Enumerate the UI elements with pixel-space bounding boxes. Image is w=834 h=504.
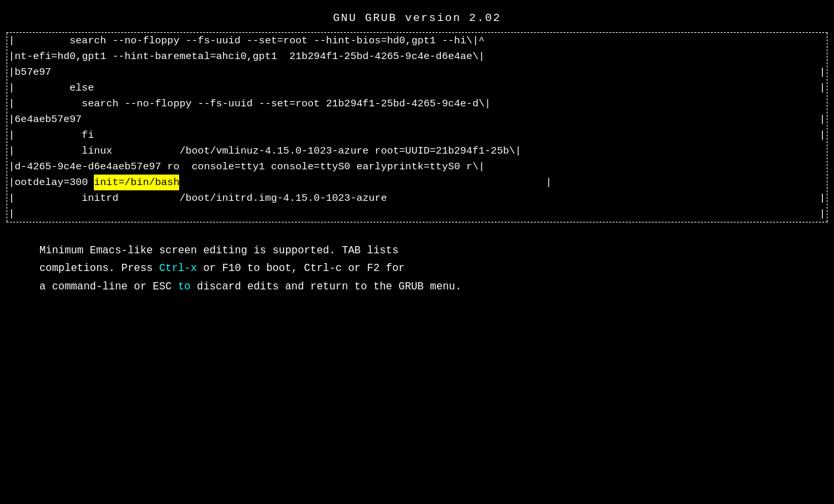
pipe-right-blank: | (820, 206, 825, 222)
editor-line-5: | search --no-floppy --fs-uuid --set=roo… (7, 96, 827, 112)
footer-line3-pre: a command-line or ESC (39, 281, 178, 293)
footer-ctrl-x: Ctrl-x (159, 262, 197, 274)
pipe-left-2: | (9, 49, 14, 64)
footer-line3-post: discard edits and return to the GRUB men… (190, 281, 461, 293)
pipe-left-8: | (9, 143, 21, 159)
line-content-10-pre: ootdelay=300 (14, 175, 94, 190)
line-content-7: fi (21, 127, 820, 143)
line-content-6: 6e4aeb57e97 (14, 112, 813, 127)
pipe-left-7: | (9, 127, 21, 143)
pipe-right-6: | (813, 112, 825, 127)
pipe-right-11: | (820, 190, 825, 206)
footer-line2-post: or F10 to boot, Ctrl-c or F2 for (197, 262, 405, 274)
footer-line-1: Minimum Emacs-like screen editing is sup… (39, 242, 795, 260)
pipe-left-5: | (9, 96, 21, 112)
pipe-right-3: | (813, 64, 825, 80)
title-text: GNU GRUB version 2.02 (333, 12, 501, 24)
footer-to: to (178, 281, 190, 293)
line-content-4: else (21, 80, 820, 96)
line-content-10-post (179, 175, 545, 190)
pipe-left-1: | (9, 33, 21, 49)
line-content-8: linux /boot/vmlinuz-4.15.0-1023-azure ro… (21, 143, 825, 159)
pipe-left-blank: | (9, 206, 14, 222)
line-content-5: search --no-floppy --fs-uuid --set=root … (21, 96, 825, 112)
pipe-left-9: | (9, 159, 14, 175)
footer: Minimum Emacs-like screen editing is sup… (0, 222, 834, 296)
editor-line-6: | 6e4aeb57e97 | (7, 112, 827, 127)
pipe-left-11: | (9, 190, 21, 206)
editor-line-9: | d-4265-9c4e-d6e4aeb57e97 ro console=tt… (7, 159, 827, 175)
editor-line-8: | linux /boot/vmlinuz-4.15.0-1023-azure … (7, 143, 827, 159)
line-content-3: b57e97 (14, 64, 813, 80)
highlighted-init: init=/bin/bash (94, 175, 179, 190)
line-content-1: search --no-floppy --fs-uuid --set=root … (21, 33, 825, 49)
editor-line-3: | b57e97 | (7, 64, 827, 80)
pipe-left-3: | (9, 64, 14, 80)
line-content-9: d-4265-9c4e-d6e4aeb57e97 ro console=tty1… (14, 159, 825, 175)
editor-container[interactable]: | search --no-floppy --fs-uuid --set=roo… (7, 33, 827, 222)
footer-line-2: completions. Press Ctrl-x or F10 to boot… (39, 260, 795, 278)
editor-line-11: | initrd /boot/initrd.img-4.15.0-1023-az… (7, 190, 827, 206)
line-content-11: initrd /boot/initrd.img-4.15.0-1023-azur… (21, 190, 820, 206)
pipe-left-6: | (9, 112, 14, 127)
editor-blank-line: | | (7, 206, 827, 222)
title-bar: GNU GRUB version 2.02 (0, 0, 834, 32)
pipe-right-7: | (820, 127, 825, 143)
editor-line-7: | fi | (7, 127, 827, 143)
pipe-right-4: | (820, 80, 825, 96)
pipe-left-4: | (9, 80, 21, 96)
footer-line-3: a command-line or ESC to discard edits a… (39, 278, 795, 296)
line-content-2: nt-efi=hd0,gpt1 --hint-baremetal=ahci0,g… (14, 49, 825, 64)
pipe-right-10: | (546, 175, 552, 190)
editor-line-2: | nt-efi=hd0,gpt1 --hint-baremetal=ahci0… (7, 49, 827, 64)
editor-line-1: | search --no-floppy --fs-uuid --set=roo… (7, 33, 827, 49)
footer-line2-pre: completions. Press (39, 262, 159, 274)
editor-line-4: | else | (7, 80, 827, 96)
editor-line-10: | ootdelay=300 init=/bin/bash | (7, 175, 827, 190)
pipe-left-10: | (9, 175, 14, 190)
